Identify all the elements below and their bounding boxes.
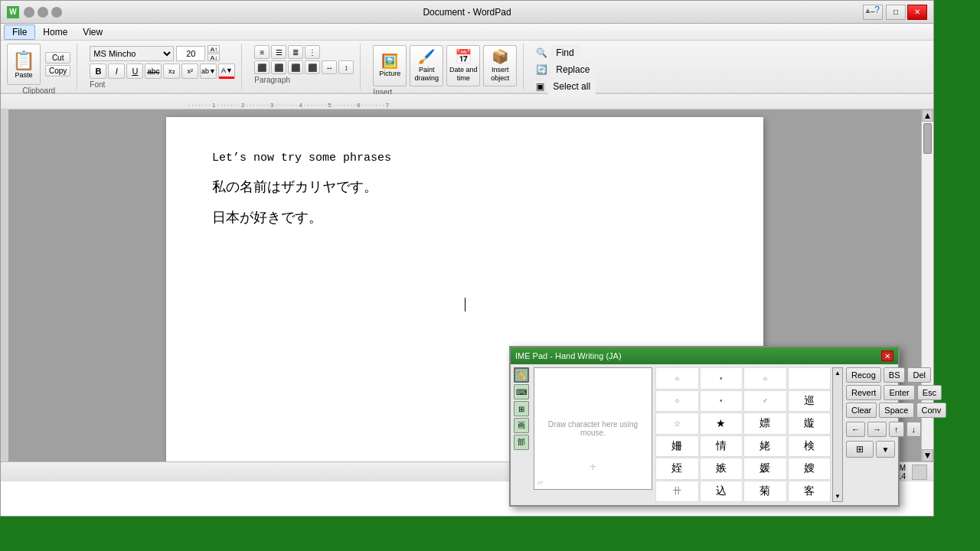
ime-cand-17[interactable]: 媛 xyxy=(743,458,787,480)
list-button-1[interactable]: ≡ xyxy=(254,45,270,59)
maximize-button[interactable]: □ xyxy=(886,5,906,20)
picture-button[interactable]: 🖼️ Picture xyxy=(373,45,407,86)
font-size-input[interactable] xyxy=(176,46,205,61)
ime-scroll-up[interactable]: ▲ xyxy=(833,368,842,378)
conv-button[interactable]: Conv xyxy=(916,403,947,418)
list-button-4[interactable]: ⋮ xyxy=(305,45,320,59)
left-margin xyxy=(1,109,8,461)
ime-cand-9[interactable]: 嫖 xyxy=(743,412,787,435)
bold-button[interactable]: B xyxy=(90,64,106,79)
ime-action-buttons: Recog BS Del Revert Enter Esc Clear Spac… xyxy=(846,367,895,502)
copy-button[interactable]: Copy xyxy=(45,65,70,77)
italic-button[interactable]: I xyxy=(108,64,125,79)
del-button[interactable]: Del xyxy=(907,367,931,383)
menu-view[interactable]: View xyxy=(75,25,110,39)
ime-cand-12[interactable]: 情 xyxy=(700,435,743,458)
insert-object-button[interactable]: 📦 Insertobject xyxy=(483,45,517,86)
font-grow-button[interactable]: A↑ xyxy=(207,45,220,53)
ime-keyboard-icon[interactable]: ⌨ xyxy=(514,384,529,399)
ime-close-button[interactable]: ✕ xyxy=(881,350,893,361)
space-button[interactable]: Space xyxy=(879,403,913,418)
strikethrough-button[interactable]: abc xyxy=(145,64,162,79)
ime-scroll-down[interactable]: ▼ xyxy=(833,491,842,501)
subscript-button[interactable]: x₂ xyxy=(163,64,180,79)
underline-button[interactable]: U xyxy=(126,64,143,79)
ime-cand-15[interactable]: 姪 xyxy=(655,458,699,480)
ime-radical-icon[interactable]: 部 xyxy=(514,435,529,450)
align-left-button[interactable]: ⬛ xyxy=(254,60,270,74)
ime-title-text: IME Pad - Hand Writing (JA) xyxy=(515,351,622,360)
superscript-button[interactable]: x² xyxy=(181,64,198,79)
ime-extra-btn-2[interactable]: ▼ xyxy=(876,441,895,458)
ime-cand-19[interactable]: 卄 xyxy=(655,481,699,503)
paint-button[interactable]: 🖌️ Paintdrawing xyxy=(410,45,443,86)
ime-cand-1[interactable]: • xyxy=(700,367,743,390)
ime-cand-4[interactable]: • xyxy=(700,390,743,412)
ime-cand-11[interactable]: 姍 xyxy=(655,435,699,458)
scroll-up-button[interactable]: ▲ xyxy=(922,109,933,122)
ime-cand-5[interactable]: ♂ xyxy=(743,390,787,412)
scroll-thumb[interactable] xyxy=(923,123,932,154)
esc-button[interactable]: Esc xyxy=(917,385,942,400)
ime-cand-7[interactable]: ☆ xyxy=(655,412,699,435)
align-right-button[interactable]: ⬛ xyxy=(288,60,303,74)
list-button-2[interactable]: ☰ xyxy=(271,45,286,59)
picture-icon: 🖼️ xyxy=(381,54,398,70)
ime-cand-14[interactable]: 検 xyxy=(788,435,831,458)
ltr-rtl-button[interactable]: ↔ xyxy=(322,60,337,74)
ime-crosshair: + xyxy=(590,460,596,474)
bs-button[interactable]: BS xyxy=(884,367,906,383)
ime-candidates-scrollbar[interactable]: ▲ ▼ xyxy=(832,367,843,502)
ime-cand-2[interactable]: ○ xyxy=(743,367,787,390)
right-arrow-button[interactable]: → xyxy=(867,422,887,437)
font-color-button[interactable]: A▼ xyxy=(218,64,235,79)
scroll-down-button[interactable]: ▼ xyxy=(922,449,933,461)
ime-handwriting-icon[interactable]: ✏️ xyxy=(514,367,529,383)
cut-button[interactable]: Cut xyxy=(45,52,70,64)
recog-button[interactable]: Recog xyxy=(846,367,881,383)
ime-cand-13[interactable]: 姥 xyxy=(743,435,787,458)
menu-home[interactable]: Home xyxy=(35,25,75,39)
ime-cand-18[interactable]: 嫂 xyxy=(788,458,831,480)
ime-cand-16[interactable]: 嫉 xyxy=(700,458,743,480)
ime-cand-3[interactable]: ○ xyxy=(655,390,699,412)
ime-cand-22[interactable]: 客 xyxy=(788,481,831,503)
ime-cand-8[interactable]: ★ xyxy=(700,412,743,435)
menu-file[interactable]: File xyxy=(4,24,35,40)
ime-drawing-area[interactable]: Draw character here using mouse. + ▱ xyxy=(534,367,652,490)
find-button[interactable]: Find xyxy=(550,45,579,60)
ime-cand-21[interactable]: 菊 xyxy=(743,481,787,503)
close-button[interactable]: ✕ xyxy=(907,5,927,20)
align-center-button[interactable]: ⬛ xyxy=(271,60,286,74)
editing-group: 🔍 Find 🔄 Replace ▣ Select all Editing xyxy=(530,44,602,90)
revert-button[interactable]: Revert xyxy=(846,385,881,400)
paste-button[interactable]: 📋 Paste xyxy=(7,44,41,85)
left-arrow-button[interactable]: ← xyxy=(846,422,865,437)
ime-symbol-icon[interactable]: 画 xyxy=(514,418,529,433)
align-justify-button[interactable]: ⬛ xyxy=(305,60,320,74)
highlight-button[interactable]: ab▼ xyxy=(200,64,217,79)
ime-cand-spacer-1 xyxy=(788,367,831,390)
clear-button[interactable]: Clear xyxy=(846,403,877,418)
ime-cand-10[interactable]: 嫙 xyxy=(788,412,831,435)
enter-button[interactable]: Enter xyxy=(884,385,914,400)
ime-cand-6[interactable]: 巡 xyxy=(788,390,831,412)
selectall-button[interactable]: Select all xyxy=(547,79,596,94)
ime-cand-20[interactable]: 込 xyxy=(700,481,743,503)
line-spacing-button[interactable]: ↕ xyxy=(338,60,354,74)
font-row2: B I U abc x₂ x² ab▼ A▼ xyxy=(90,64,235,79)
font-name-select[interactable]: MS Mincho xyxy=(90,46,174,61)
title-icon-4 xyxy=(51,7,62,18)
font-shrink-button[interactable]: A↓ xyxy=(207,54,220,61)
replace-button[interactable]: Replace xyxy=(550,62,595,77)
ime-candidate-grid: ○ • ○ ○ • ♂ 巡 ☆ ★ 嫖 嫙 姍 情 xyxy=(655,367,831,502)
ime-extra-btn-1[interactable]: ⊞ xyxy=(846,441,874,458)
ime-grid-icon[interactable]: ⊞ xyxy=(514,401,529,416)
up-arrow-button[interactable]: ↑ xyxy=(889,422,904,437)
down-arrow-button[interactable]: ↓ xyxy=(906,422,922,437)
ime-title-bar: IME Pad - Hand Writing (JA) ✕ xyxy=(511,347,898,364)
ime-cand-0[interactable]: ○ xyxy=(655,367,699,390)
datetime-button[interactable]: 📅 Date andtime xyxy=(446,45,480,86)
show-desktop-button[interactable] xyxy=(912,465,927,480)
list-button-3[interactable]: ≣ xyxy=(288,45,303,59)
